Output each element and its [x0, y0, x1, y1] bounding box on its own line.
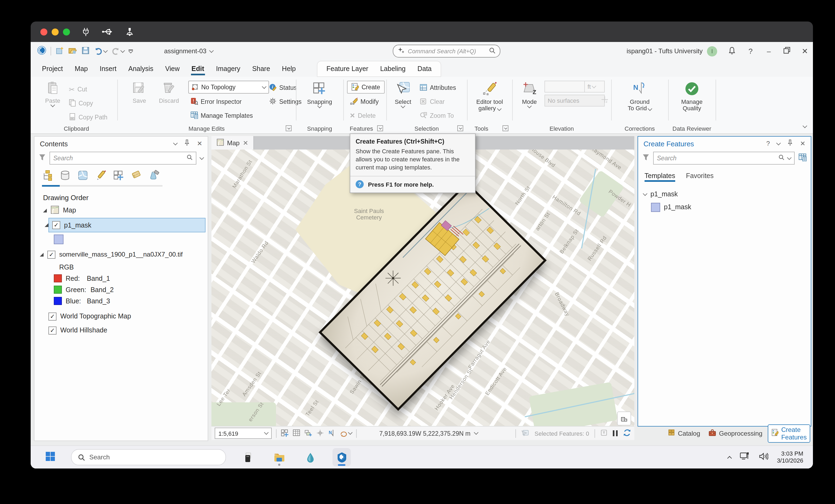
search-scope-chevron-icon[interactable] [787, 155, 792, 160]
template-p1-mask[interactable]: p1_mask [644, 200, 811, 214]
help-button[interactable]: ? [747, 47, 754, 56]
layer-map-node[interactable]: Map [35, 204, 208, 217]
paste-button[interactable]: Paste [41, 81, 65, 106]
p1-mask-swatch[interactable] [54, 234, 63, 244]
customize-toolbar-button[interactable] [128, 50, 133, 53]
taskbar-app-notepad[interactable] [239, 448, 257, 466]
redo-button[interactable] [111, 47, 124, 55]
add-layer-icon[interactable] [305, 429, 312, 438]
account-name[interactable]: ispang01 - Tufts University [627, 47, 702, 55]
layer-topo-checkbox[interactable]: ✓ [48, 312, 57, 320]
manage-templates-button[interactable]: Manage Templates [190, 110, 253, 121]
manage-templates-icon[interactable] [798, 153, 807, 163]
save-project-icon[interactable] [81, 46, 90, 56]
traffic-zoom-button[interactable] [63, 28, 70, 35]
list-by-snapping-tab[interactable] [113, 170, 124, 182]
tab-imagery[interactable]: Imagery [210, 60, 246, 77]
pane-menu-chevron-icon[interactable] [173, 141, 178, 145]
catalog-dock-tab[interactable]: Catalog [665, 427, 704, 439]
undo-button[interactable] [94, 47, 107, 55]
modify-button[interactable]: Modify [350, 96, 379, 107]
new-project-icon[interactable] [56, 46, 64, 56]
close-map-tab-icon[interactable]: ✕ [243, 139, 248, 147]
snapping-toggle-icon[interactable] [281, 429, 288, 438]
pause-drawing-icon[interactable] [317, 429, 324, 438]
geoprocessing-dock-tab[interactable]: Geoprocessing [706, 428, 766, 439]
filter-funnel-icon[interactable] [39, 154, 46, 163]
layer-tif-checkbox[interactable]: ✓ [47, 250, 56, 258]
traffic-close-button[interactable] [40, 28, 47, 35]
discard-edits-button[interactable]: Discard [156, 81, 182, 104]
layer-p1-mask-checkbox[interactable]: ✓ [52, 221, 60, 229]
group-collapse-chevron-icon[interactable] [643, 191, 648, 196]
pause-updates-button[interactable] [613, 430, 618, 436]
north-arrow-icon[interactable]: N [328, 429, 335, 438]
command-search-input[interactable]: Command Search (Alt+Q) [393, 45, 500, 58]
taskbar-app-arcgis-pro[interactable] [332, 448, 351, 466]
taskbar-search-input[interactable]: Search [71, 449, 226, 465]
filter-funnel-icon[interactable] [643, 154, 649, 163]
selection-launcher-button[interactable] [457, 125, 463, 131]
expand-triangle-icon[interactable] [40, 253, 44, 256]
clear-selection-button[interactable]: Clear [420, 96, 445, 107]
list-by-drawing-order-tab[interactable] [42, 170, 53, 182]
close-button[interactable]: ✕ [801, 47, 809, 56]
traffic-minimize-button[interactable] [52, 28, 59, 35]
tab-view[interactable]: View [159, 60, 186, 77]
contents-search-input[interactable]: Search [49, 152, 196, 165]
notifications-bell-icon[interactable] [728, 46, 736, 56]
start-button[interactable] [46, 452, 55, 463]
close-icon[interactable]: ✕ [197, 140, 202, 147]
expand-triangle-icon[interactable] [45, 223, 48, 227]
tools-launcher-button[interactable] [503, 125, 508, 131]
template-group-p1-mask[interactable]: p1_mask [644, 188, 811, 200]
tab-map[interactable]: Map [69, 60, 94, 77]
list-by-labeling-tab[interactable] [131, 170, 142, 182]
pane-menu-chevron-icon[interactable] [776, 141, 781, 145]
attribute-table-icon[interactable] [293, 429, 300, 437]
error-inspector-button[interactable]: ! Error Inspector [190, 96, 242, 107]
refresh-icon[interactable] [623, 429, 631, 438]
collapse-ribbon-button[interactable] [803, 122, 807, 129]
project-name[interactable]: assignment-03 [164, 47, 213, 55]
tab-help[interactable]: Help [276, 60, 302, 77]
tab-edit[interactable]: Edit [186, 60, 210, 77]
copy-path-button[interactable]: w: Copy Path [69, 112, 107, 123]
templates-tab[interactable]: Templates [645, 172, 675, 182]
open-project-icon[interactable] [68, 46, 77, 56]
delete-button[interactable]: ✕ Delete [350, 110, 376, 121]
close-icon[interactable]: ✕ [800, 140, 806, 147]
list-by-data-source-tab[interactable] [60, 170, 70, 182]
topology-dropdown[interactable]: No Topology [188, 81, 269, 93]
rotate-view-icon[interactable] [340, 430, 352, 437]
list-by-editing-tab[interactable] [95, 170, 106, 182]
layer-hillshade-checkbox[interactable]: ✓ [48, 326, 57, 334]
edit-status-button[interactable]: i Status [269, 82, 297, 93]
manage-edits-launcher-button[interactable] [286, 125, 291, 131]
editor-tool-gallery-button[interactable]: Editor toolgallery [471, 81, 508, 111]
usb-icon[interactable] [102, 27, 114, 36]
tab-project[interactable]: Project [36, 60, 69, 77]
pin-icon[interactable] [184, 139, 190, 148]
copy-button[interactable]: Copy [69, 98, 93, 109]
cut-button[interactable]: ✂ Cut [69, 84, 87, 94]
template-search-input[interactable]: Search [653, 152, 795, 165]
layer-world-topographic[interactable]: ✓ World Topographic Map [48, 309, 208, 323]
devices-icon[interactable] [125, 27, 134, 36]
select-button[interactable]: Select [391, 81, 415, 108]
p1-mask-symbol-row[interactable] [48, 232, 208, 246]
restore-button[interactable] [783, 47, 790, 56]
pin-icon[interactable] [787, 139, 793, 148]
tab-feature-layer[interactable]: Feature Layer [321, 61, 374, 76]
expand-triangle-icon[interactable] [43, 208, 47, 212]
attributes-button[interactable]: Attributes [420, 82, 456, 93]
tab-labeling[interactable]: Labeling [374, 61, 412, 76]
tab-share[interactable]: Share [246, 60, 276, 77]
tab-insert[interactable]: Insert [94, 60, 122, 77]
favorites-tab[interactable]: Favorites [686, 172, 714, 182]
selected-features-count[interactable]: Selected Features: 0 [534, 430, 589, 437]
create-features-dock-tab[interactable]: Create Features [768, 424, 811, 442]
minimize-button[interactable]: – [765, 47, 773, 55]
layer-p1-mask[interactable]: ✓ p1_mask [48, 218, 205, 232]
map-overview-button[interactable] [617, 412, 631, 425]
